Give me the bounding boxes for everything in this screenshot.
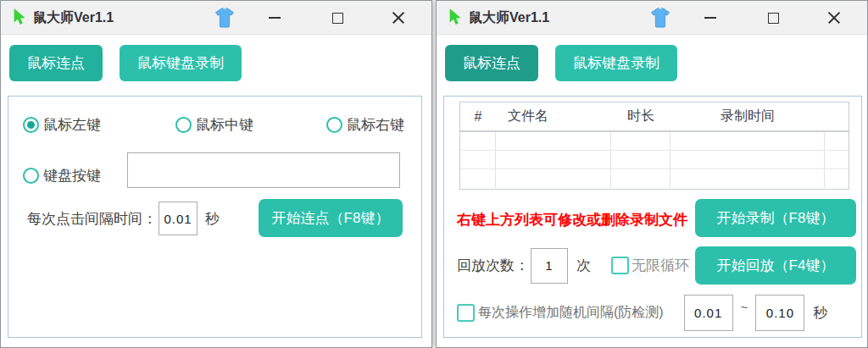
random-max-input[interactable] (755, 295, 804, 331)
maximize-button[interactable] (316, 1, 359, 35)
start-record-button[interactable]: 开始录制（F8键） (695, 199, 856, 237)
header-filename: 文件名 (496, 108, 611, 125)
radio-mouse-middle[interactable]: 鼠标中键 (175, 115, 253, 135)
infinite-loop-checkbox[interactable] (611, 257, 629, 274)
infinite-loop-label: 无限循环 (632, 256, 689, 275)
cell-index (460, 151, 496, 168)
cell-duration (611, 169, 670, 188)
cell-record-time (670, 169, 825, 188)
radio-label: 键盘按键 (43, 166, 101, 185)
start-clicking-button[interactable]: 开始连点（F8键） (259, 199, 403, 237)
radio-mouse-right[interactable]: 鼠标右键 (326, 115, 404, 135)
maximize-button[interactable] (752, 1, 794, 35)
recorder-window: 鼠大师Ver1.1 鼠标连点 鼠标键盘录制 # 文件名 时长 录制时间 (436, 0, 868, 348)
radio-label: 鼠标右键 (347, 115, 404, 135)
close-icon (827, 11, 841, 25)
cell-duration (611, 132, 670, 150)
cell-filename (496, 169, 611, 188)
radio-label: 鼠标左键 (43, 115, 101, 135)
minimize-button[interactable] (689, 1, 732, 35)
close-icon (392, 11, 405, 25)
titlebar[interactable]: 鼠大师Ver1.1 (437, 1, 867, 35)
cell-spacer (825, 151, 849, 168)
interval-label: 每次点击间隔时间： (27, 209, 157, 229)
header-duration: 时长 (611, 108, 670, 125)
interval-input[interactable] (159, 202, 198, 235)
clicker-window: 鼠大师Ver1.1 鼠标连点 鼠标键盘录制 鼠标左键 鼠标中键 (0, 0, 432, 348)
radio-icon (23, 168, 39, 184)
minimize-button[interactable] (253, 1, 296, 35)
radio-label: 鼠标中键 (196, 115, 253, 135)
random-min-input[interactable] (684, 295, 733, 331)
clicker-panel: 鼠标左键 鼠标中键 鼠标右键 键盘按键 每次点击间隔时间： 秒 开始连点（F8键… (8, 96, 422, 338)
keyboard-key-input[interactable] (127, 152, 400, 188)
radio-selected-icon (23, 117, 39, 133)
table-row[interactable] (460, 169, 849, 188)
cell-spacer (825, 132, 849, 150)
tab-mouse-keyboard-recorder[interactable]: 鼠标键盘录制 (120, 45, 242, 81)
interval-unit: 秒 (205, 209, 220, 229)
random-interval-unit: 秒 (813, 303, 827, 323)
cell-spacer (825, 169, 849, 188)
maximize-icon (332, 13, 343, 24)
header-record-time: 录制时间 (670, 108, 825, 125)
table-header-row: # 文件名 时长 录制时间 (460, 102, 849, 132)
cell-record-time (670, 132, 825, 150)
maximize-icon (768, 13, 779, 24)
playback-count-label: 回放次数： (457, 256, 529, 275)
table-row[interactable] (460, 151, 849, 169)
header-index: # (460, 109, 496, 124)
green-cursor-icon (11, 8, 30, 28)
titlebar[interactable]: 鼠大师Ver1.1 (1, 1, 431, 35)
tab-mouse-clicker[interactable]: 鼠标连点 (445, 45, 538, 81)
playback-count-unit: 次 (576, 256, 591, 275)
desktop: 鼠大师Ver1.1 鼠标连点 鼠标键盘录制 鼠标左键 鼠标中键 (0, 0, 868, 348)
recordings-table[interactable]: # 文件名 时长 录制时间 (459, 102, 849, 190)
window-title: 鼠大师Ver1.1 (469, 9, 549, 27)
tab-mouse-clicker[interactable]: 鼠标连点 (9, 45, 103, 81)
minimize-icon (269, 17, 281, 19)
radio-icon (175, 117, 192, 133)
cell-filename (496, 151, 611, 168)
radio-icon (326, 117, 342, 133)
range-tilde: ~ (741, 300, 748, 314)
close-button[interactable] (813, 1, 855, 35)
cell-record-time (670, 151, 825, 168)
cell-index (460, 169, 496, 188)
interval-row: 每次点击间隔时间： 秒 (27, 200, 220, 237)
random-interval-label: 每次操作增加随机间隔(防检测) (478, 304, 664, 322)
start-playback-button[interactable]: 开始回放（F4键） (695, 246, 856, 284)
green-cursor-icon (447, 8, 465, 28)
blue-shirt-icon[interactable] (648, 6, 672, 30)
radio-keyboard-key[interactable]: 键盘按键 (23, 166, 101, 185)
recorder-panel: # 文件名 时长 录制时间 (443, 96, 862, 338)
table-row[interactable] (460, 132, 849, 151)
close-button[interactable] (377, 1, 420, 35)
window-title: 鼠大师Ver1.1 (33, 9, 114, 27)
playback-row: 回放次数： 次 无限循环 (457, 246, 689, 284)
right-click-hint: 右键上方列表可修改或删除录制文件 (457, 210, 687, 229)
random-interval-row: 每次操作增加随机间隔(防检测) ~ 秒 (457, 293, 827, 332)
tab-mouse-keyboard-recorder[interactable]: 鼠标键盘录制 (555, 45, 677, 81)
minimize-icon (704, 17, 716, 19)
random-interval-checkbox[interactable] (457, 304, 475, 322)
playback-count-input[interactable] (531, 248, 568, 284)
radio-mouse-left[interactable]: 鼠标左键 (23, 115, 101, 135)
cell-duration (611, 151, 670, 168)
cell-filename (496, 132, 611, 150)
cell-index (460, 132, 496, 150)
blue-shirt-icon[interactable] (213, 6, 236, 30)
